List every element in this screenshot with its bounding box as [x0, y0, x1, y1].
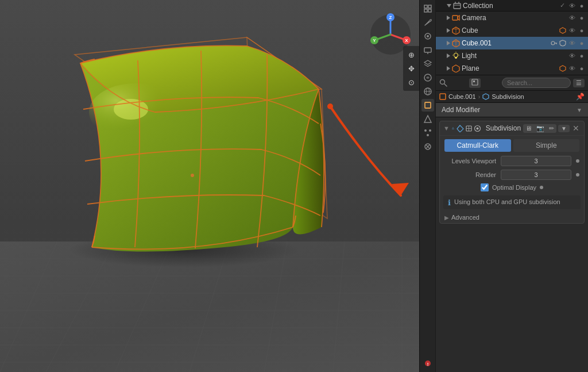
row-arrow [447, 28, 450, 33]
levels-viewport-value[interactable]: 3 [501, 156, 571, 166]
advanced-label: Advanced [451, 214, 479, 221]
plane-icon [452, 64, 460, 72]
info-icon: ℹ [448, 198, 451, 207]
breadcrumb-pin-btn[interactable]: 📌 [576, 93, 585, 101]
plane-modifier-icon [559, 65, 566, 72]
modifier-collapse-btn[interactable]: ▼ [443, 125, 450, 132]
info-row: ℹ Using both CPU and GPU subdivision [443, 195, 581, 209]
mod-render-btn[interactable]: 📷 [534, 124, 547, 133]
modifier-header: ▼ Subdivision 🖥 📷 [440, 121, 584, 136]
svg-rect-57 [452, 16, 458, 20]
outliner-row-cube001[interactable]: Cube.001 👁 ● [436, 37, 588, 49]
tab-modifier[interactable] [421, 113, 434, 125]
render-dot[interactable] [576, 173, 579, 177]
right-panel: ! Collection ✓ 👁 ● [419, 0, 588, 372]
mod-realtime-btn[interactable]: 🖥 [523, 124, 534, 133]
outliner-row-camera[interactable]: Camera 👁 ● [436, 11, 588, 24]
props-search-input[interactable] [502, 78, 571, 88]
svg-text:Z: Z [389, 15, 392, 20]
mod-icon-1 [457, 125, 464, 132]
light-eye-icon[interactable]: 👁 [568, 52, 576, 59]
cube001-dot-icon[interactable]: ● [578, 40, 586, 47]
camera-eye-icon[interactable]: 👁 [568, 14, 576, 21]
breadcrumb-modifier-icon [482, 93, 489, 100]
tab-scene[interactable] [421, 2, 434, 15]
svg-point-78 [476, 127, 478, 129]
svg-rect-46 [425, 102, 431, 108]
simple-button[interactable]: Simple [513, 139, 580, 152]
collection-check-icon[interactable]: ✓ [558, 2, 566, 9]
svg-line-70 [444, 84, 447, 86]
render-value[interactable]: 3 [501, 170, 571, 180]
viewport-zoom-icon[interactable]: ⊕ [405, 48, 417, 61]
advanced-toggle[interactable]: ▶ Advanced [440, 212, 584, 223]
camera-dot-icon[interactable]: ● [578, 14, 586, 21]
optimal-display-row: Optimal Display [440, 182, 584, 193]
catmull-clark-button[interactable]: Catmull-Clark [444, 139, 511, 152]
collection-eye-icon[interactable]: 👁 [568, 2, 576, 9]
modifier-type-icon [452, 124, 454, 132]
tab-tools[interactable] [421, 16, 434, 29]
tab-scene-props[interactable] [421, 71, 434, 84]
levels-viewport-dot[interactable] [576, 159, 579, 163]
outliner-row-cube[interactable]: Cube 👁 ● [436, 24, 588, 37]
key-icon [551, 40, 558, 47]
modifier-delete-btn[interactable]: ✕ [571, 124, 581, 133]
cube-eye-icon[interactable]: 👁 [568, 27, 576, 34]
optimal-display-label: Optimal Display [492, 184, 536, 191]
props-filter-icon[interactable] [469, 78, 481, 88]
cube-name: Cube [462, 26, 558, 34]
advanced-arrow: ▶ [444, 214, 449, 221]
tab-constraints[interactable]: ! [421, 357, 434, 370]
breadcrumb-object-icon [439, 93, 446, 100]
modifier-name: Subdivision [486, 124, 521, 132]
collection-dot-icon[interactable]: ● [578, 2, 586, 9]
modifier-mode-btns: 🖥 📷 ✏ [523, 124, 556, 133]
viewport-pan-icon[interactable]: ✥ [405, 62, 417, 75]
tab-physics[interactable] [421, 140, 434, 153]
properties-tabs: ! [420, 0, 436, 372]
camera-name: Camera [462, 14, 566, 22]
row-arrow [447, 41, 450, 45]
plane-eye-icon[interactable]: 👁 [568, 65, 576, 72]
add-modifier-button[interactable]: Add Modifier ▼ [436, 103, 588, 117]
tab-object[interactable] [421, 99, 434, 112]
render-row: Render 3 [440, 168, 584, 182]
svg-point-39 [427, 35, 429, 37]
outliner-row-light[interactable]: Light 👁 ● [436, 49, 588, 62]
collection-arrow[interactable] [447, 4, 451, 7]
light-dot-icon[interactable]: ● [578, 52, 586, 59]
search-icon [439, 79, 447, 87]
row-arrow [447, 16, 450, 20]
cube001-actions: 👁 ● [551, 40, 586, 47]
modifier-chevron-btn[interactable]: ▼ [558, 125, 570, 132]
optimal-display-dot[interactable] [540, 186, 543, 189]
row-arrow [447, 53, 450, 58]
mod-edit-btn[interactable]: ✏ [547, 124, 556, 133]
viewport[interactable]: Z X Y ⊕ ✥ ⊙ [0, 0, 419, 372]
collection-actions: ✓ 👁 ● [558, 2, 586, 9]
svg-rect-40 [424, 48, 431, 52]
tab-world[interactable] [421, 85, 434, 98]
plane-name: Plane [462, 64, 558, 72]
tab-output[interactable] [421, 44, 434, 56]
svg-rect-36 [424, 9, 427, 12]
tab-render[interactable] [421, 30, 434, 43]
viewport-camera-icon[interactable]: ⊙ [405, 76, 417, 89]
props-panel-menu-btn[interactable]: ☰ [573, 79, 585, 87]
plane-dot-icon[interactable]: ● [578, 65, 586, 72]
cube-dot-icon[interactable]: ● [578, 27, 586, 34]
outliner-row-plane[interactable]: Plane 👁 ● [436, 62, 588, 75]
tab-particles[interactable] [421, 126, 434, 139]
svg-rect-68 [455, 58, 457, 59]
optimal-display-checkbox[interactable] [481, 183, 489, 191]
cube001-eye-icon[interactable]: 👁 [568, 40, 576, 47]
render-label: Render [444, 171, 496, 178]
mod-expand-btn[interactable]: ▼ [558, 125, 570, 132]
svg-text:X: X [405, 38, 408, 43]
tab-view-layer[interactable] [421, 57, 434, 70]
svg-marker-58 [458, 16, 459, 20]
props-search-bar: ☰ [436, 75, 588, 91]
mod-icon-2 [465, 125, 473, 132]
modifier-right-actions: 🖥 📷 ✏ ▼ ✕ [523, 124, 581, 133]
